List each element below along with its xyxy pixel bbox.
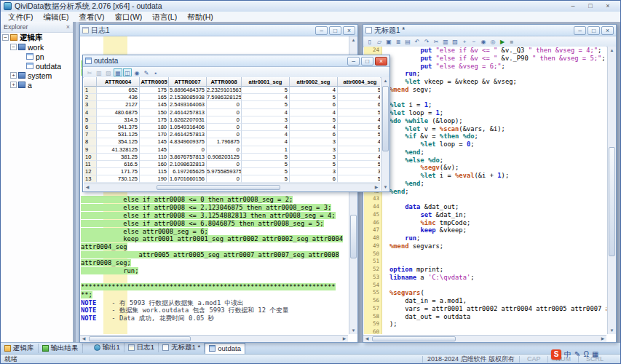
table-cell[interactable]: 5 — [338, 161, 380, 168]
row-number[interactable]: 5 — [84, 116, 97, 124]
table-cell[interactable]: 145 — [140, 146, 169, 154]
table-cell[interactable]: 314.5 — [97, 116, 140, 124]
table-cell[interactable]: 2.1538085938 — [169, 94, 207, 101]
document-tab[interactable]: 无标题1 * — [159, 343, 205, 352]
row-number[interactable]: 11 — [84, 161, 97, 168]
log-window-titlebar[interactable]: 日志1 – □ × — [80, 25, 357, 36]
code-editor[interactable]: 24 put "else if &v <= " &v._Q3 " then &v… — [364, 47, 606, 334]
table-cell[interactable]: 354.125 — [97, 138, 140, 146]
collapse-icon[interactable]: − — [10, 44, 17, 50]
table-cell[interactable]: 480.6875 — [97, 109, 140, 116]
table-cell[interactable]: 6.197265625 — [169, 168, 207, 175]
maximize-icon[interactable]: □ — [361, 57, 373, 66]
table-cell[interactable]: 0 — [207, 109, 242, 116]
row-number[interactable]: 9 — [84, 146, 97, 154]
grid-vertical-scrollbar[interactable]: ▲▼ — [381, 77, 389, 191]
table-cell[interactable]: 4 — [290, 124, 338, 131]
run-icon[interactable]: ▶ — [498, 38, 507, 46]
table-cell[interactable]: 2.2329101563 — [207, 87, 242, 94]
table-cell[interactable]: 1 — [242, 146, 290, 154]
menu-item[interactable]: 文件(F) — [3, 12, 38, 22]
table-cell[interactable]: 171.75 — [97, 168, 140, 175]
table-cell[interactable]: 0 — [207, 101, 242, 108]
table-cell[interactable]: 1.6262207031 — [169, 116, 207, 124]
row-number[interactable]: 8 — [84, 138, 97, 146]
table-cell[interactable]: 150 — [140, 109, 169, 116]
save-icon[interactable]: ▣ — [384, 38, 393, 46]
copy-icon[interactable]: ▥ — [95, 68, 103, 76]
table-cell[interactable]: 6 — [338, 101, 380, 108]
row-number[interactable]: 13 — [84, 175, 97, 183]
table-cell[interactable]: 0 — [207, 175, 242, 183]
table-cell[interactable]: 2.4614257813 — [169, 131, 207, 138]
table-cell[interactable]: 4 — [338, 154, 380, 161]
save-all-icon[interactable]: ≣ — [394, 38, 403, 46]
row-number[interactable]: 7 — [84, 131, 97, 138]
zoom-in-icon[interactable]: + — [460, 38, 469, 46]
document-tab[interactable]: 日志1 — [124, 343, 159, 352]
table-cell[interactable]: 2.4614257813 — [169, 109, 207, 116]
table-cell[interactable]: 5 — [290, 161, 338, 168]
close-icon[interactable]: × — [66, 23, 70, 31]
log-horizontal-scrollbar[interactable]: ◀ ▶ — [80, 335, 348, 342]
table-cell[interactable]: 0 — [207, 124, 242, 131]
table-cell[interactable]: 4.8349609375 — [169, 138, 207, 146]
tree-item[interactable]: −work — [1, 42, 73, 52]
column-header[interactable]: ATTR0007 — [169, 77, 207, 87]
table-cell[interactable]: 190 — [140, 175, 169, 183]
table-cell[interactable]: 4 — [242, 124, 290, 131]
document-tab[interactable]: 输出1 — [90, 343, 124, 352]
grid-horizontal-scrollbar[interactable]: ◀ ▶ — [84, 183, 380, 191]
expand-icon[interactable]: + — [10, 82, 17, 88]
table-cell[interactable]: 110 — [140, 154, 169, 161]
maximize-icon[interactable]: □ — [329, 26, 341, 35]
row-number[interactable]: 6 — [84, 124, 97, 131]
table-cell[interactable]: 3.8676757813 — [169, 154, 207, 161]
table-cell[interactable]: 616.5 — [97, 161, 140, 168]
table-cell[interactable]: 0 — [207, 161, 242, 168]
freeze-columns-icon[interactable]: ◫ — [123, 68, 132, 76]
table-cell[interactable]: 6 — [290, 175, 338, 183]
menu-item[interactable]: 窗口(W) — [109, 12, 147, 22]
document-tab[interactable]: outdata — [205, 343, 245, 355]
cut-icon[interactable]: ✂ — [85, 68, 94, 76]
table-cell[interactable]: 1.0549316406 — [169, 124, 207, 131]
table-cell[interactable]: 5 — [242, 161, 290, 168]
column-header[interactable]: attr0004_seg — [338, 77, 380, 87]
redo-icon[interactable]: ↷ — [422, 38, 431, 46]
table-cell[interactable]: 6 — [338, 124, 380, 131]
table-cell[interactable]: 180 — [140, 124, 169, 131]
row-number[interactable]: 4 — [84, 109, 97, 116]
table-cell[interactable]: 730.125 — [97, 175, 140, 183]
code-vertical-scrollbar[interactable]: ▲▼ — [607, 47, 616, 334]
cut-icon[interactable]: ✂ — [432, 38, 440, 46]
paste-icon[interactable]: ▨ — [104, 68, 113, 76]
close-icon[interactable]: × — [343, 26, 355, 35]
table-cell[interactable]: 4 — [242, 131, 290, 138]
table-cell[interactable]: 145 — [140, 138, 169, 146]
column-header[interactable]: ATTR0005 — [140, 77, 169, 87]
row-number[interactable]: 12 — [84, 168, 97, 175]
sogou-icon[interactable]: S — [551, 349, 561, 360]
print-icon[interactable]: ▤ — [403, 38, 412, 46]
table-cell[interactable]: 3 — [290, 154, 338, 161]
minimize-icon[interactable]: – — [347, 57, 360, 66]
menu-item[interactable]: 编辑(E) — [38, 12, 74, 22]
table-cell[interactable]: 2127 — [97, 101, 140, 108]
undo-icon[interactable]: ↶ — [413, 38, 422, 46]
symbol-icon[interactable]: Ω — [583, 349, 588, 360]
column-header[interactable]: attr0001_seg — [242, 77, 290, 87]
grid-view-icon[interactable]: ▦ — [114, 68, 122, 76]
table-cell[interactable]: 1 — [338, 146, 380, 154]
table-cell[interactable]: 1.6701660156 — [169, 175, 207, 183]
code-window-titlebar[interactable]: 无标题1 * – □ × — [363, 25, 616, 36]
minimize-icon[interactable]: – — [574, 26, 586, 35]
table-cell[interactable]: 170 — [140, 131, 169, 138]
zoom-out-icon[interactable]: − — [470, 38, 478, 46]
close-icon[interactable]: × — [601, 26, 614, 35]
panel-tab[interactable]: 逻辑库 — [1, 344, 39, 353]
table-window-titlebar[interactable]: outdata – □ × — [83, 55, 389, 67]
pen-icon[interactable]: ✎ — [574, 349, 580, 360]
table-cell[interactable]: 0 — [169, 146, 207, 154]
table-cell[interactable]: 5 — [338, 109, 380, 116]
